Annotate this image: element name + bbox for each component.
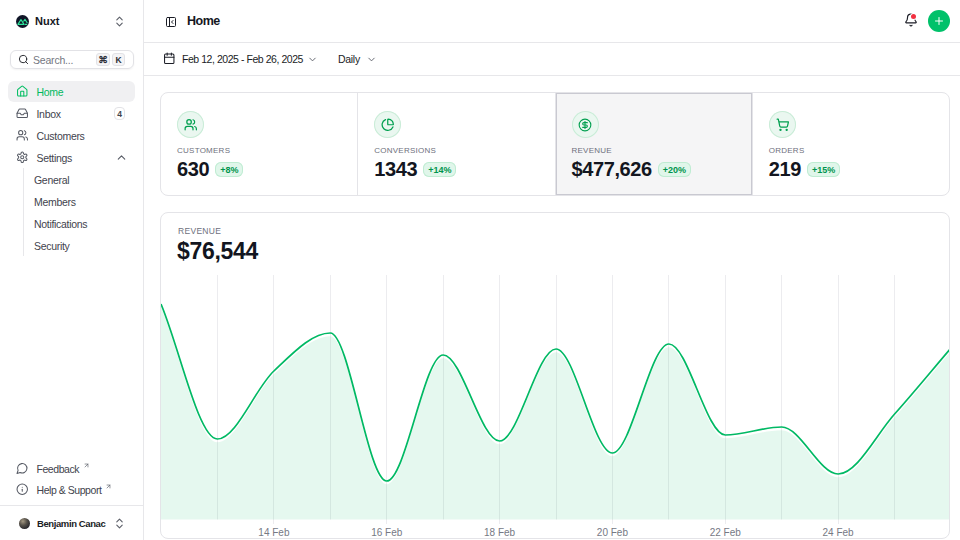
svg-text:20 Feb: 20 Feb	[597, 527, 629, 538]
svg-text:14 Feb: 14 Feb	[258, 527, 290, 538]
svg-text:18 Feb: 18 Feb	[484, 527, 516, 538]
svg-text:22 Feb: 22 Feb	[710, 527, 742, 538]
svg-text:24 Feb: 24 Feb	[823, 527, 855, 538]
svg-text:16 Feb: 16 Feb	[371, 527, 403, 538]
